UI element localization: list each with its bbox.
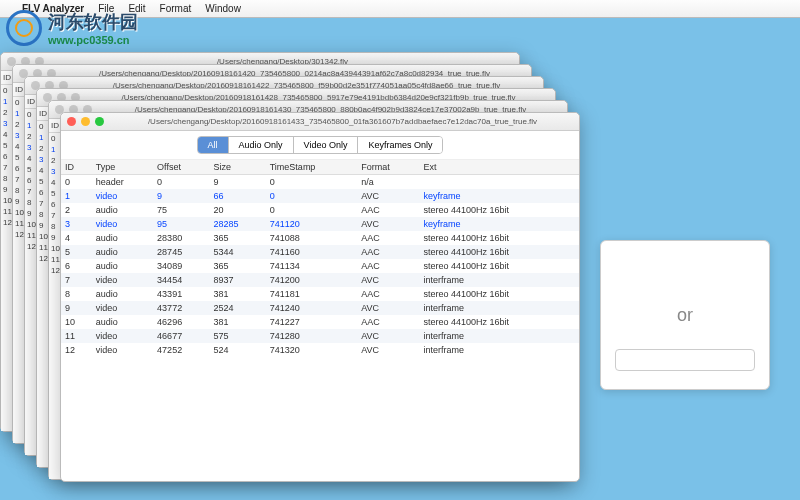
col-format[interactable]: Format bbox=[357, 160, 419, 175]
cell-type: audio bbox=[92, 203, 153, 217]
cell-size: 9 bbox=[209, 175, 265, 190]
drop-zone[interactable]: or bbox=[600, 240, 770, 390]
cell-format: AVC bbox=[357, 217, 419, 231]
file-path-input[interactable] bbox=[615, 349, 755, 371]
table-row[interactable]: 0 header 0 9 0 n/a bbox=[61, 175, 579, 190]
cell-id: 12 bbox=[61, 343, 92, 357]
cell-type: video bbox=[92, 189, 153, 203]
cell-id: 3 bbox=[61, 217, 92, 231]
table-row[interactable]: 5 audio 28745 5344 741160 AAC stereo 441… bbox=[61, 245, 579, 259]
cell-timestamp: 0 bbox=[266, 175, 358, 190]
table-row[interactable]: 11 video 46677 575 741280 AVC interframe bbox=[61, 329, 579, 343]
tags-table: IDTypeOffsetSizeTimeStampFormatExt 0 hea… bbox=[61, 160, 579, 357]
col-timestamp[interactable]: TimeStamp bbox=[266, 160, 358, 175]
cell-timestamp: 741200 bbox=[266, 273, 358, 287]
filter-video-only[interactable]: Video Only bbox=[294, 137, 359, 153]
cell-timestamp: 0 bbox=[266, 189, 358, 203]
cell-timestamp: 741088 bbox=[266, 231, 358, 245]
cell-ext: interframe bbox=[419, 301, 579, 315]
cell-format: AAC bbox=[357, 315, 419, 329]
cell-format: AAC bbox=[357, 203, 419, 217]
cell-type: video bbox=[92, 343, 153, 357]
table-row[interactable]: 9 video 43772 2524 741240 AVC interframe bbox=[61, 301, 579, 315]
table-row[interactable]: 4 audio 28380 365 741088 AAC stereo 4410… bbox=[61, 231, 579, 245]
cell-ext: stereo 44100Hz 16bit bbox=[419, 287, 579, 301]
cell-format: AVC bbox=[357, 189, 419, 203]
cell-offset: 28745 bbox=[153, 245, 209, 259]
cell-offset: 34089 bbox=[153, 259, 209, 273]
cell-format: AVC bbox=[357, 301, 419, 315]
cell-offset: 46296 bbox=[153, 315, 209, 329]
table-row[interactable]: 2 audio 75 20 0 AAC stereo 44100Hz 16bit bbox=[61, 203, 579, 217]
watermark-url: www.pc0359.cn bbox=[48, 34, 138, 46]
cell-id: 1 bbox=[61, 189, 92, 203]
cell-id: 8 bbox=[61, 287, 92, 301]
cell-id: 6 bbox=[61, 259, 92, 273]
cell-id: 2 bbox=[61, 203, 92, 217]
table-row[interactable]: 1 video 9 66 0 AVC keyframe bbox=[61, 189, 579, 203]
cell-type: video bbox=[92, 301, 153, 315]
menu-window[interactable]: Window bbox=[205, 3, 241, 14]
cell-offset: 34454 bbox=[153, 273, 209, 287]
col-ext[interactable]: Ext bbox=[419, 160, 579, 175]
col-size[interactable]: Size bbox=[209, 160, 265, 175]
cell-format: AVC bbox=[357, 273, 419, 287]
menubar: FLV Analyzer File Edit Format Window bbox=[0, 0, 800, 18]
cell-size: 575 bbox=[209, 329, 265, 343]
filter-keyframes-only[interactable]: Keyframes Only bbox=[358, 137, 442, 153]
cell-id: 10 bbox=[61, 315, 92, 329]
col-offset[interactable]: Offset bbox=[153, 160, 209, 175]
cell-ext bbox=[419, 175, 579, 190]
cell-offset: 0 bbox=[153, 175, 209, 190]
table-row[interactable]: 10 audio 46296 381 741227 AAC stereo 441… bbox=[61, 315, 579, 329]
cell-offset: 46677 bbox=[153, 329, 209, 343]
close-icon[interactable] bbox=[67, 117, 76, 126]
cell-size: 524 bbox=[209, 343, 265, 357]
filter-all[interactable]: All bbox=[198, 137, 229, 153]
cell-type: video bbox=[92, 273, 153, 287]
cell-offset: 75 bbox=[153, 203, 209, 217]
cell-timestamp: 741280 bbox=[266, 329, 358, 343]
table-row[interactable]: 8 audio 43391 381 741181 AAC stereo 4410… bbox=[61, 287, 579, 301]
cell-timestamp: 0 bbox=[266, 203, 358, 217]
cell-size: 8937 bbox=[209, 273, 265, 287]
filter-bar: AllAudio OnlyVideo OnlyKeyframes Only bbox=[61, 131, 579, 160]
cell-ext: stereo 44100Hz 16bit bbox=[419, 245, 579, 259]
cell-type: header bbox=[92, 175, 153, 190]
cell-size: 365 bbox=[209, 259, 265, 273]
menu-file[interactable]: File bbox=[98, 3, 114, 14]
cell-id: 0 bbox=[61, 175, 92, 190]
maximize-icon[interactable] bbox=[95, 117, 104, 126]
cell-format: AAC bbox=[357, 245, 419, 259]
cell-timestamp: 741227 bbox=[266, 315, 358, 329]
cell-type: video bbox=[92, 217, 153, 231]
cell-id: 11 bbox=[61, 329, 92, 343]
window-titlebar[interactable]: /Users/chengang/Desktop/20160918161433_7… bbox=[61, 113, 579, 131]
cell-ext: stereo 44100Hz 16bit bbox=[419, 203, 579, 217]
cell-id: 4 bbox=[61, 231, 92, 245]
table-row[interactable]: 7 video 34454 8937 741200 AVC interframe bbox=[61, 273, 579, 287]
front-window: /Users/chengang/Desktop/20160918161433_7… bbox=[60, 112, 580, 482]
table-row[interactable]: 6 audio 34089 365 741134 AAC stereo 4410… bbox=[61, 259, 579, 273]
cell-id: 7 bbox=[61, 273, 92, 287]
col-id[interactable]: ID bbox=[61, 160, 92, 175]
cell-offset: 43772 bbox=[153, 301, 209, 315]
drop-zone-label: or bbox=[677, 305, 693, 326]
cell-size: 28285 bbox=[209, 217, 265, 231]
filter-audio-only[interactable]: Audio Only bbox=[229, 137, 294, 153]
cell-format: AVC bbox=[357, 343, 419, 357]
cell-size: 2524 bbox=[209, 301, 265, 315]
menu-edit[interactable]: Edit bbox=[128, 3, 145, 14]
col-type[interactable]: Type bbox=[92, 160, 153, 175]
cell-ext: stereo 44100Hz 16bit bbox=[419, 259, 579, 273]
menu-format[interactable]: Format bbox=[160, 3, 192, 14]
cell-timestamp: 741240 bbox=[266, 301, 358, 315]
menu-app[interactable]: FLV Analyzer bbox=[22, 3, 84, 14]
cell-timestamp: 741320 bbox=[266, 343, 358, 357]
minimize-icon[interactable] bbox=[81, 117, 90, 126]
cell-size: 381 bbox=[209, 315, 265, 329]
cell-ext: keyframe bbox=[419, 189, 579, 203]
table-row[interactable]: 12 video 47252 524 741320 AVC interframe bbox=[61, 343, 579, 357]
cell-format: AAC bbox=[357, 287, 419, 301]
table-row[interactable]: 3 video 95 28285 741120 AVC keyframe bbox=[61, 217, 579, 231]
